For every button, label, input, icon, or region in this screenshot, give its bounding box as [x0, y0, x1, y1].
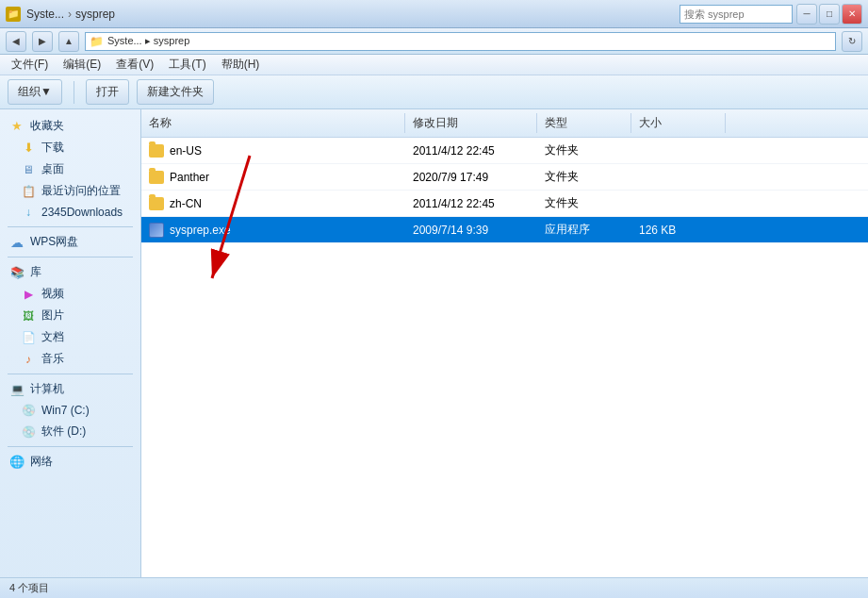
- sidebar-library-label: 库: [30, 264, 41, 280]
- file-size-cell: [631, 201, 726, 207]
- minimize-button[interactable]: ─: [796, 4, 817, 25]
- folder-icon: [149, 171, 164, 184]
- status-text: 4 个项目: [9, 581, 49, 595]
- file-name: zh-CN: [170, 197, 202, 210]
- maximize-button[interactable]: □: [819, 4, 840, 25]
- sidebar-drive-d[interactable]: 💿 软件 (D:): [0, 421, 140, 442]
- exe-icon: [149, 223, 164, 238]
- sidebar: ★ 收藏夹 ⬇ 下载 🖥 桌面 📋 最近访问的位置 ↓ 2345Down: [0, 109, 141, 598]
- file-size-cell: [631, 174, 726, 180]
- file-name: Panther: [170, 171, 209, 184]
- toolbar: 组织▼ 打开 新建文件夹: [0, 75, 868, 109]
- folder-icon: [149, 144, 164, 158]
- folder-icon-downloads: ⬇: [21, 141, 36, 156]
- sidebar-video-label: 视频: [41, 286, 64, 302]
- col-header-date[interactable]: 修改日期: [405, 113, 537, 133]
- address-path: Syste... ▸ sysprep: [107, 35, 189, 47]
- sidebar-music-label: 音乐: [41, 351, 64, 367]
- file-name: en-US: [170, 144, 202, 158]
- forward-button[interactable]: ▶: [32, 31, 53, 52]
- menu-tools[interactable]: 工具(T): [161, 55, 213, 75]
- download2345-icon: ↓: [21, 205, 36, 220]
- table-row[interactable]: sysprep.exe 2009/7/14 9:39 应用程序 126 KB: [141, 217, 868, 243]
- sidebar-wps[interactable]: ☁ WPS网盘: [0, 231, 140, 253]
- sidebar-recent-label: 最近访问的位置: [41, 183, 121, 199]
- menu-file[interactable]: 文件(F): [4, 55, 56, 75]
- table-row[interactable]: Panther 2020/7/9 17:49 文件夹: [141, 164, 868, 191]
- sidebar-pictures[interactable]: 🖼 图片: [0, 305, 140, 326]
- sidebar-2345downloads[interactable]: ↓ 2345Downloads: [0, 202, 140, 223]
- library-icon: 📚: [9, 265, 25, 280]
- new-folder-button[interactable]: 新建文件夹: [137, 79, 214, 105]
- address-folder-icon: 📁: [90, 35, 104, 48]
- search-input[interactable]: [680, 5, 793, 24]
- address-bar: ◀ ▶ ▲ 📁 Syste... ▸ sysprep ↻: [0, 28, 868, 55]
- sidebar-favorites[interactable]: ★ 收藏夹: [0, 115, 140, 137]
- drive-c-icon: 💿: [21, 403, 36, 418]
- status-bar: 4 个项目: [0, 577, 868, 598]
- up-button[interactable]: ▲: [58, 31, 79, 52]
- col-header-size[interactable]: 大小: [631, 113, 726, 133]
- file-date-cell: 2020/7/9 17:49: [405, 168, 537, 187]
- main-layout: ★ 收藏夹 ⬇ 下载 🖥 桌面 📋 最近访问的位置 ↓ 2345Down: [0, 109, 868, 598]
- sidebar-documents[interactable]: 📄 文档: [0, 326, 140, 348]
- sidebar-desktop-label: 桌面: [41, 161, 64, 177]
- sidebar-wps-label: WPS网盘: [30, 234, 78, 250]
- file-type-cell: 文件夹: [537, 192, 631, 214]
- sidebar-video[interactable]: ▶ 视频: [0, 283, 140, 305]
- sidebar-computer-section: 💻 计算机 💿 Win7 (C:) 💿 软件 (D:): [0, 378, 140, 442]
- col-header-type[interactable]: 类型: [537, 113, 631, 133]
- file-list: 名称 修改日期 类型 大小 en-US 2011/4/12 22:45 文件夹 …: [141, 109, 868, 243]
- title-bar: 📁 Syste... › sysprep ─ □ ✕: [0, 0, 868, 28]
- sidebar-2345-label: 2345Downloads: [41, 206, 123, 219]
- sidebar-divider-1: [8, 226, 133, 227]
- drive-d-icon: 💿: [21, 424, 36, 440]
- sidebar-library-section: 📚 库 ▶ 视频 🖼 图片 📄 文档 ♪ 音乐: [0, 261, 140, 370]
- breadcrumb: Syste... › sysprep: [26, 8, 115, 21]
- file-name-cell: zh-CN: [141, 194, 405, 213]
- menu-view[interactable]: 查看(V): [108, 55, 161, 75]
- sidebar-drive-c[interactable]: 💿 Win7 (C:): [0, 400, 140, 421]
- table-row[interactable]: en-US 2011/4/12 22:45 文件夹: [141, 138, 868, 164]
- file-name-cell: sysprep.exe: [141, 220, 405, 241]
- sidebar-downloads-label: 下载: [41, 140, 64, 156]
- refresh-button[interactable]: ↻: [842, 31, 862, 52]
- organize-button[interactable]: 组织▼: [8, 79, 62, 105]
- sidebar-favorites-section: ★ 收藏夹 ⬇ 下载 🖥 桌面 📋 最近访问的位置 ↓ 2345Down: [0, 115, 140, 223]
- sidebar-divider-3: [8, 374, 133, 374]
- col-header-name[interactable]: 名称: [141, 113, 405, 133]
- back-button[interactable]: ◀: [6, 31, 26, 52]
- menu-help[interactable]: 帮助(H): [214, 55, 268, 75]
- sidebar-library[interactable]: 📚 库: [0, 261, 140, 283]
- sidebar-computer-label: 计算机: [30, 381, 64, 397]
- file-type-cell: 文件夹: [537, 140, 631, 161]
- sidebar-recent[interactable]: 📋 最近访问的位置: [0, 180, 140, 202]
- table-row[interactable]: zh-CN 2011/4/12 22:45 文件夹: [141, 191, 868, 217]
- file-date-cell: 2011/4/12 22:45: [405, 194, 537, 213]
- sidebar-music[interactable]: ♪ 音乐: [0, 348, 140, 370]
- file-size-cell: [631, 148, 726, 154]
- close-button[interactable]: ✕: [842, 4, 862, 25]
- sidebar-downloads[interactable]: ⬇ 下载: [0, 137, 140, 158]
- sidebar-computer[interactable]: 💻 计算机: [0, 378, 140, 400]
- sidebar-documents-label: 文档: [41, 329, 64, 345]
- window-icon: 📁: [6, 7, 21, 22]
- file-list-header: 名称 修改日期 类型 大小: [141, 109, 868, 138]
- breadcrumb-sysprep: sysprep: [75, 8, 115, 21]
- file-type-cell: 应用程序: [537, 219, 631, 241]
- file-name: sysprep.exe: [170, 224, 231, 237]
- star-icon: ★: [9, 119, 25, 134]
- sidebar-network[interactable]: 🌐 网络: [0, 451, 140, 473]
- menu-edit[interactable]: 编辑(E): [56, 55, 108, 75]
- open-button[interactable]: 打开: [86, 79, 129, 105]
- network-icon: 🌐: [9, 455, 25, 470]
- file-rows-container: en-US 2011/4/12 22:45 文件夹 Panther 2020/7…: [141, 138, 868, 243]
- recent-icon: 📋: [21, 184, 36, 199]
- pictures-icon: 🖼: [21, 308, 36, 324]
- sidebar-favorites-label: 收藏夹: [30, 118, 64, 134]
- video-icon: ▶: [21, 287, 36, 302]
- sidebar-divider-2: [8, 257, 133, 257]
- breadcrumb-sep1: ›: [68, 8, 72, 21]
- sidebar-desktop[interactable]: 🖥 桌面: [0, 158, 140, 180]
- file-name-cell: Panther: [141, 168, 405, 187]
